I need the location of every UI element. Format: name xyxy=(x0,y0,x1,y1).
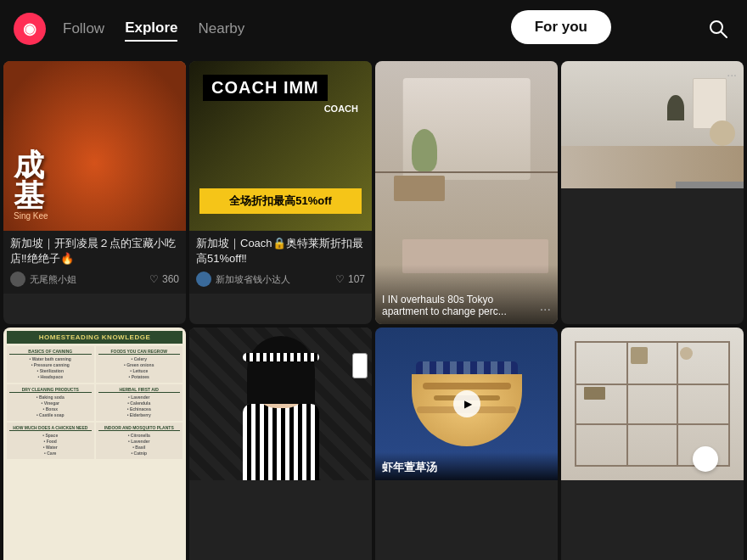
nav-item-nearby[interactable]: Nearby xyxy=(198,17,244,41)
card1-footer: 新加坡｜开到凌晨２点的宝藏小吃店‼绝绝子🔥 无尾熊小姐 ♡ 360 xyxy=(3,231,186,294)
card1-char-main: 成 xyxy=(14,150,48,181)
card5-image: HOMESTEADING KNOWLEDGE BASICS OF CANNING… xyxy=(3,328,186,560)
play-icon[interactable]: ▶ xyxy=(453,390,480,417)
nav-item-explore[interactable]: Explore xyxy=(125,16,177,42)
card3-title: I IN overhauls 80s Tokyo apartment to ch… xyxy=(382,294,540,317)
card3-image: I IN overhauls 80s Tokyo apartment to ch… xyxy=(375,61,558,324)
card2-likes: ♡ 107 xyxy=(335,273,365,285)
card-homesteading[interactable]: HOMESTEADING KNOWLEDGE BASICS OF CANNING… xyxy=(3,328,186,560)
card4-dots[interactable]: ··· xyxy=(727,68,737,81)
card2-footer: 新加坡｜Coach🔒奥特莱斯折扣最高51%off‼ 新加坡省钱小达人 ♡ 107 xyxy=(189,231,372,294)
card-selfie[interactable] xyxy=(189,328,372,560)
card6-phone xyxy=(352,353,368,378)
header: ◉ Follow Explore Nearby xyxy=(0,0,747,58)
card1-subtitle: Sing Kee xyxy=(14,211,48,221)
homesteading-section-chicken: HOW MUCH DOES A CHICKEN NEED • Space• Fo… xyxy=(7,423,94,459)
card7-title: 虾年萱草汤 xyxy=(382,461,437,473)
card4-image: ··· xyxy=(561,61,744,188)
card2-title: 新加坡｜Coach🔒奥特莱斯折扣最高51%off‼ xyxy=(196,236,365,266)
card1-author: 无尾熊小姐 xyxy=(10,272,76,287)
for-you-pill[interactable]: For you xyxy=(511,10,611,44)
card1-likes: ♡ 360 xyxy=(149,273,179,285)
card7-overlay: 虾年萱草汤 xyxy=(375,452,558,480)
card-minimal-room[interactable]: ··· xyxy=(561,61,744,324)
card1-char-sub: 基 xyxy=(14,181,48,211)
homesteading-title: HOMESTEADING KNOWLEDGE xyxy=(7,331,183,344)
homesteading-section-canning: BASICS OF CANNING • Water bath canning• … xyxy=(7,346,94,383)
coach-label: COACH IMM xyxy=(203,75,328,101)
card-shelf-interior[interactable] xyxy=(561,328,744,560)
card1-image: 成 基 Sing Kee xyxy=(3,61,186,231)
homesteading-section-cleaning: DRY CLEANING PRODUCTS • Baking soda• Vin… xyxy=(7,384,94,421)
card8-image xyxy=(561,328,744,480)
card2-image: COACH IMM COACH 全场折扣最高51%off xyxy=(189,61,372,231)
card2-avatar xyxy=(196,272,211,287)
nav-item-follow[interactable]: Follow xyxy=(63,17,104,41)
card-soup[interactable]: ▶ 虾年萱草汤 xyxy=(375,328,558,560)
heart-icon: ♡ xyxy=(335,273,345,285)
play-symbol: ▶ xyxy=(464,398,472,410)
card1-meta: 无尾熊小姐 ♡ 360 xyxy=(10,272,179,287)
card2-author: 新加坡省钱小达人 xyxy=(196,272,290,287)
discount-badge: 全场折扣最高51%off xyxy=(199,188,362,214)
card-coach-store[interactable]: COACH IMM COACH 全场折扣最高51%off 新加坡｜Coach🔒奥… xyxy=(189,61,372,324)
card1-avatar xyxy=(10,272,25,287)
homesteading-sections: BASICS OF CANNING • Water bath canning• … xyxy=(7,346,183,459)
homesteading-section-regrow: FOODS YOU CAN REGROW • Celery• Green oni… xyxy=(96,346,183,383)
card-food-noodles[interactable]: 成 基 Sing Kee 新加坡｜开到凌晨２点的宝藏小吃店‼绝绝子🔥 无尾熊小姐… xyxy=(3,61,186,324)
card7-image: ▶ 虾年萱草汤 xyxy=(375,328,558,480)
card2-meta: 新加坡省钱小达人 ♡ 107 xyxy=(196,272,365,287)
homesteading-section-plants: INDOOR AND MOSQUITO PLANTS • Citronella•… xyxy=(96,423,183,459)
card3-dots[interactable]: ··· xyxy=(540,302,551,317)
card6-image xyxy=(189,328,372,480)
search-button[interactable] xyxy=(703,14,733,44)
card-interior-tall[interactable]: I IN overhauls 80s Tokyo apartment to ch… xyxy=(375,61,558,324)
svg-line-1 xyxy=(722,32,727,38)
cards-grid: 成 基 Sing Kee 新加坡｜开到凌晨２点的宝藏小吃店‼绝绝子🔥 无尾熊小姐… xyxy=(0,58,747,560)
heart-icon: ♡ xyxy=(149,273,159,285)
card8-chair xyxy=(693,446,718,472)
logo[interactable]: ◉ xyxy=(14,13,46,45)
content-area: 成 基 Sing Kee 新加坡｜开到凌晨２点的宝藏小吃店‼绝绝子🔥 无尾熊小姐… xyxy=(0,0,747,560)
card1-title: 新加坡｜开到凌晨２点的宝藏小吃店‼绝绝子🔥 xyxy=(10,236,179,266)
homesteading-section-herbal: HERBAL FIRST AID • Lavender• Calendula• … xyxy=(96,384,183,421)
